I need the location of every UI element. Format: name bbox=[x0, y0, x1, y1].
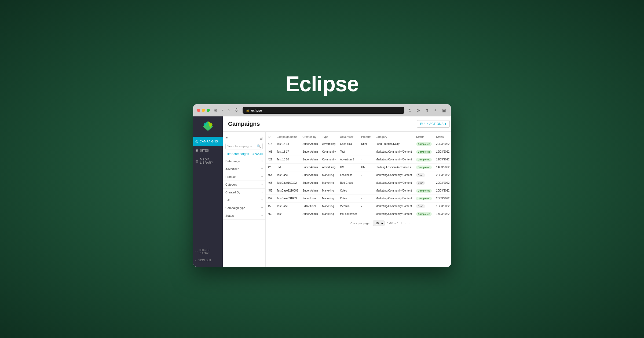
cell-category: Marketing/Community/Content bbox=[374, 156, 414, 163]
cell-starts: 17/03/2022 bbox=[434, 210, 451, 218]
status-badge: Completed bbox=[416, 166, 432, 169]
lendlease-logo bbox=[202, 121, 214, 133]
cell-name: Test bbox=[275, 210, 301, 218]
cell-advertiser: Lendlease bbox=[338, 171, 359, 179]
cell-id: 421 bbox=[266, 156, 275, 163]
cell-advertiser: Vieeblio bbox=[338, 202, 359, 210]
clear-all-button[interactable]: Clear All bbox=[252, 152, 263, 156]
filter-created-by-label: Created By bbox=[225, 191, 240, 194]
cell-id: 418 bbox=[266, 140, 275, 148]
cell-category: Clothing/Fashion Accessories bbox=[374, 163, 414, 171]
cell-starts: 19/03/2022 bbox=[434, 148, 451, 156]
share-button[interactable]: ⬆ bbox=[424, 107, 430, 113]
filter-campaign-type[interactable]: Campaign type ▾ bbox=[223, 204, 265, 212]
col-product: Product bbox=[359, 134, 374, 140]
filter-product[interactable]: Product ▾ bbox=[223, 173, 265, 181]
cell-name: Test 18 20 bbox=[275, 156, 301, 163]
cell-type: Marketing bbox=[320, 194, 338, 202]
search-box[interactable]: 🔍 bbox=[225, 143, 263, 149]
bulk-actions-label: BULK ACTIONS bbox=[420, 122, 444, 126]
cell-product: - bbox=[359, 179, 374, 187]
sidebar-sites-label: SITES bbox=[200, 149, 209, 152]
filter-campaigns-row: Filter campaigns Clear All bbox=[223, 150, 265, 157]
cell-created-by: Super Admin bbox=[300, 156, 320, 163]
table-row: 459 Test Super Admin Marketing test adve… bbox=[266, 210, 451, 218]
sidebar-item-sites[interactable]: ▣ SITES bbox=[193, 146, 223, 155]
filter-advertiser-label: Advertiser bbox=[225, 167, 239, 171]
col-id: ID bbox=[266, 134, 275, 140]
cell-type: Advertising bbox=[320, 140, 338, 148]
sidebar-logo bbox=[193, 116, 223, 137]
cell-product: - bbox=[359, 156, 374, 163]
table-row: 465 TestCase160322 Super Admin Marketing… bbox=[266, 179, 451, 187]
chevron-down-icon: ▾ bbox=[261, 183, 263, 186]
next-page-button[interactable]: › bbox=[408, 222, 409, 225]
address-bar[interactable]: 🔒 eclipse bbox=[243, 107, 404, 114]
filter-product-label: Product bbox=[225, 175, 236, 178]
table-row: 458 TestCase Editor User Marketing Vieeb… bbox=[266, 202, 451, 210]
cell-created-by: Super Admin bbox=[300, 163, 320, 171]
filter-date-range[interactable]: Date range ▾ bbox=[223, 157, 265, 165]
cell-id: 464 bbox=[266, 171, 275, 179]
table-row: 457 TestCase031603 Super User Marketing … bbox=[266, 194, 451, 202]
prev-page-button[interactable]: ‹ bbox=[405, 222, 406, 225]
cell-type: Community bbox=[320, 148, 338, 156]
chevron-down-icon: ▾ bbox=[261, 191, 263, 194]
browser-window: ⊞ ‹ › 🛡 🔒 eclipse ↻ ⊙ ⬆ + ▣ bbox=[193, 104, 451, 267]
sidebar: ◎ CAMPAIGNS ▣ SITES ▤ MEDIA LIBRARY ⇄ CH… bbox=[193, 116, 223, 267]
reload-button[interactable]: ↻ bbox=[407, 107, 413, 113]
rows-per-page-select[interactable]: 10 25 50 bbox=[373, 221, 385, 226]
cell-name: HM bbox=[275, 163, 301, 171]
cell-product: Drink bbox=[359, 140, 374, 148]
tabs-button[interactable]: ▣ bbox=[441, 107, 447, 113]
shield-icon[interactable]: 🛡 bbox=[233, 107, 240, 113]
table-row: 405 Test 18 17 Super Admin Community Tes… bbox=[266, 148, 451, 156]
filter-created-by[interactable]: Created By ▾ bbox=[223, 189, 265, 196]
col-category: Category bbox=[374, 134, 414, 140]
search-input[interactable] bbox=[227, 145, 256, 148]
cell-category: Marketing/Community/Content bbox=[374, 148, 414, 156]
cell-created-by: Super User bbox=[300, 194, 320, 202]
close-button[interactable] bbox=[197, 109, 200, 112]
table-header: ID Campaign name Created by Type Adverti… bbox=[266, 134, 451, 140]
back-button[interactable]: ‹ bbox=[221, 107, 224, 113]
sidebar-toggle-button[interactable]: ⊞ bbox=[213, 107, 218, 113]
new-tab-button[interactable]: + bbox=[433, 107, 438, 113]
status-badge: Draft bbox=[416, 181, 425, 185]
cell-product: - bbox=[359, 171, 374, 179]
sidebar-item-media[interactable]: ▤ MEDIA LIBRARY bbox=[193, 155, 223, 167]
lock-icon: 🔒 bbox=[246, 109, 250, 112]
url-text: eclipse bbox=[251, 108, 262, 112]
bulk-actions-button[interactable]: BULK ACTIONS ▾ bbox=[417, 120, 450, 128]
sidebar-item-campaigns[interactable]: ◎ CAMPAIGNS bbox=[193, 137, 223, 146]
status-badge: Draft bbox=[416, 204, 425, 208]
cell-advertiser: Coles bbox=[338, 194, 359, 202]
filter-site[interactable]: Site ▾ bbox=[223, 196, 265, 204]
maximize-button[interactable] bbox=[207, 109, 210, 112]
cell-category: Marketing/Community/Content bbox=[374, 171, 414, 179]
cell-type: Marketing bbox=[320, 171, 338, 179]
cell-id: 458 bbox=[266, 202, 275, 210]
filter-status[interactable]: Status ▾ bbox=[223, 212, 265, 220]
sidebar-campaigns-label: CAMPAIGNS bbox=[200, 140, 218, 143]
status-badge: Completed bbox=[416, 189, 432, 193]
cell-status: Completed bbox=[414, 194, 434, 202]
cell-advertiser: HM bbox=[338, 163, 359, 171]
cell-type: Advertising bbox=[320, 163, 338, 171]
filter-advertiser[interactable]: Advertiser ▾ bbox=[223, 165, 265, 173]
forward-button[interactable]: › bbox=[227, 107, 230, 113]
cell-starts: 20/03/2022 bbox=[434, 179, 451, 187]
main-content: Campaigns BULK ACTIONS ▾ + NEW CAMPAIGN bbox=[223, 116, 451, 267]
cell-type: Community bbox=[320, 156, 338, 163]
minimize-button[interactable] bbox=[202, 109, 205, 112]
sign-out-button[interactable]: ⎋ SIGN OUT bbox=[193, 257, 223, 264]
download-button[interactable]: ⊙ bbox=[415, 107, 421, 113]
cell-id: 426 bbox=[266, 163, 275, 171]
cell-id: 465 bbox=[266, 179, 275, 187]
table-body: 418 Test 18 18 Super Admin Advertising C… bbox=[266, 140, 451, 218]
table-row: 464 TestCase Super Admin Marketing Lendl… bbox=[266, 171, 451, 179]
cell-starts: 20/03/2022 bbox=[434, 194, 451, 202]
change-portal-button[interactable]: ⇄ CHANGE PORTAL bbox=[193, 247, 223, 257]
filter-category[interactable]: Category ▾ bbox=[223, 181, 265, 189]
cell-created-by: Super Admin bbox=[300, 179, 320, 187]
